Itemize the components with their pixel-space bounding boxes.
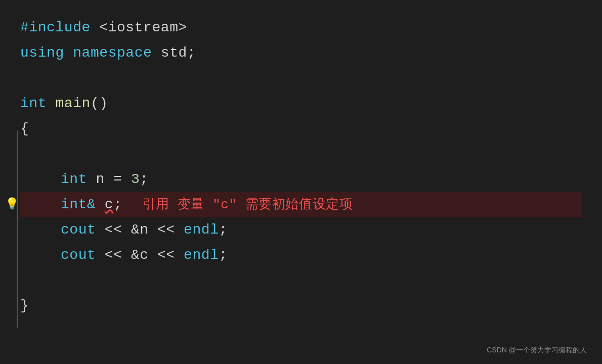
preprocessor-value: <iostream> xyxy=(99,16,187,40)
code-line-7: int n = 3; xyxy=(20,167,582,192)
watermark: CSDN @一个努力学习编程的人 xyxy=(487,346,587,355)
code-line-12: } xyxy=(20,293,582,318)
int-keyword: int xyxy=(20,92,55,116)
code-line-6 xyxy=(20,142,582,167)
main-parens: () xyxy=(91,92,108,116)
close-brace: } xyxy=(20,294,29,318)
code-editor: #include <iostream> using namespace std;… xyxy=(0,0,602,334)
var-n: n = xyxy=(96,167,131,192)
endl-keyword-2: endl xyxy=(184,243,219,267)
code-line-4: int main() xyxy=(20,91,582,116)
error-message: 引用 变量 "c" 需要初始值设定项 xyxy=(143,194,353,216)
code-line-3 xyxy=(20,66,582,91)
var-c: c xyxy=(105,193,113,217)
semicolon-3: ; xyxy=(219,218,228,242)
cout-keyword-1: cout xyxy=(61,218,105,242)
code-line-1: #include <iostream> xyxy=(20,15,582,40)
semicolon-4: ; xyxy=(219,243,228,267)
operator-1: << &n << xyxy=(105,218,184,242)
open-brace: { xyxy=(20,117,29,141)
semicolon-2: ; xyxy=(113,193,122,217)
endl-keyword-1: endl xyxy=(184,218,219,242)
code-line-9: cout << &n << endl; xyxy=(20,217,582,243)
semicolon-1: ; xyxy=(140,167,148,192)
preprocessor-keyword: #include xyxy=(20,16,99,40)
cout-keyword-2: cout xyxy=(61,243,105,267)
number-3: 3 xyxy=(131,167,140,192)
using-keyword: using xyxy=(20,41,73,65)
code-line-5: { xyxy=(20,116,582,142)
code-line-10: cout << &c << endl; xyxy=(20,243,582,268)
std-value: std; xyxy=(161,41,196,65)
code-line-11 xyxy=(20,268,582,293)
code-line-8: 💡 int& c; 引用 变量 "c" 需要初始值设定项 xyxy=(20,192,582,217)
int-ref-keyword: int& xyxy=(61,193,105,217)
lightbulb-icon[interactable]: 💡 xyxy=(5,195,19,214)
code-line-2: using namespace std; xyxy=(20,40,582,66)
main-function: main xyxy=(55,92,90,116)
int-keyword-2: int xyxy=(61,167,96,192)
operator-2: << &c << xyxy=(105,243,184,267)
block-indicator xyxy=(17,130,18,328)
namespace-keyword: namespace xyxy=(73,41,161,65)
